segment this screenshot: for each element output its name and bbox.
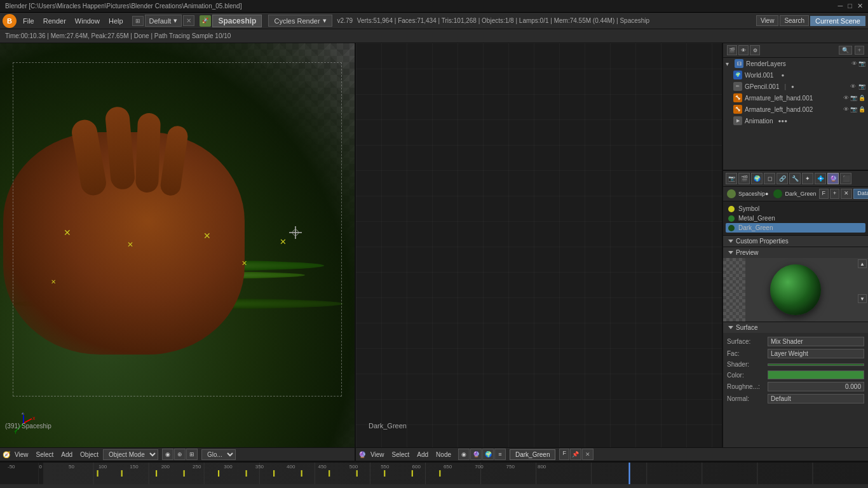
- node-x-btn[interactable]: ✕: [582, 449, 593, 460]
- world-props-icon[interactable]: 🌍: [751, 173, 763, 184]
- vp-shading-selector[interactable]: Glo...: [201, 449, 236, 460]
- gpencil-camera[interactable]: 📷: [858, 83, 865, 90]
- tree-item-gpencil[interactable]: ✏ GPencil.001 | ● 👁 📷: [723, 81, 868, 92]
- node-view-btn[interactable]: View: [367, 450, 388, 459]
- node-editor-panel[interactable]: Layer Weight Fresnel Facing Blend:: [356, 43, 722, 447]
- spaceship-button[interactable]: Spaceship: [212, 15, 262, 27]
- viewport-panel: ✕ ✕ ✕ ✕ ✕ ✕: [0, 43, 356, 447]
- vp-icon-2[interactable]: ⊕: [174, 449, 186, 460]
- armature2-eye[interactable]: 👁: [843, 106, 849, 112]
- blender-logo[interactable]: B: [3, 14, 17, 28]
- roughness-value[interactable]: 0.000: [768, 382, 864, 391]
- texture-icon[interactable]: ⬛: [840, 173, 851, 184]
- mat-dark-green[interactable]: Dark_Green: [726, 223, 865, 233]
- tree-item-world[interactable]: 🌍 World.001 ●: [723, 69, 868, 81]
- vp-select-btn[interactable]: Select: [33, 450, 57, 459]
- modifier-icon[interactable]: 🔧: [789, 173, 801, 184]
- shader-value[interactable]: [768, 363, 864, 366]
- mat-x-btn[interactable]: ✕: [841, 189, 852, 199]
- scene-icon-1[interactable]: 🎬: [727, 45, 737, 55]
- scene-props-icon[interactable]: 🎬: [738, 173, 750, 184]
- world-icon: 🌍: [733, 71, 742, 79]
- normal-value[interactable]: Default: [768, 394, 864, 403]
- render-props-icon[interactable]: 📷: [726, 173, 737, 184]
- surface-header[interactable]: Surface: [723, 322, 868, 333]
- scene-search[interactable]: 🔍: [839, 46, 852, 55]
- timeline-content[interactable]: -50 0 50 100 150 200 250 300 350 400 450…: [0, 463, 868, 484]
- workspace-selector[interactable]: Default ▾: [145, 15, 182, 27]
- tree-item-armature1[interactable]: 🦴 Armature_left_hand.001 👁 📷 🔒: [723, 92, 868, 104]
- render-icon-ctrl[interactable]: 📷: [858, 60, 865, 67]
- help-menu[interactable]: Help: [105, 16, 127, 26]
- particle-icon[interactable]: ✦: [802, 173, 813, 184]
- svg-rect-22: [121, 470, 123, 477]
- vp-view-btn[interactable]: View: [11, 450, 32, 459]
- surface-value[interactable]: Mix Shader: [768, 337, 864, 346]
- node-world-icon[interactable]: 🌍: [482, 449, 494, 460]
- vp-mode-selector[interactable]: Object Mode: [103, 449, 158, 460]
- node-material-name[interactable]: Dark_Green: [510, 449, 555, 460]
- node-pin-btn[interactable]: 📌: [570, 449, 581, 460]
- custom-props-header[interactable]: Custom Properties: [723, 236, 868, 247]
- maximize-btn[interactable]: □: [848, 2, 852, 10]
- node-node-btn[interactable]: Node: [433, 450, 454, 459]
- material-icon-active[interactable]: 🔮: [827, 173, 839, 184]
- right-panel: 🎬 👁 ⚙ 🔍 + ▾ 🎞 RenderLayers 👁 📷 🌍 W: [722, 43, 868, 447]
- tree-item-armature2[interactable]: 🦴 Armature_left_hand.002 👁 📷 🔒: [723, 104, 868, 115]
- mat-f-btn[interactable]: F: [819, 189, 829, 199]
- node-grid: [356, 43, 722, 447]
- gpencil-eye[interactable]: 👁: [850, 83, 856, 90]
- mat-symbol[interactable]: Symbol: [726, 204, 865, 214]
- custom-props-section: Custom Properties: [723, 235, 868, 247]
- viewport-label: (391) Spaceship: [5, 423, 51, 430]
- vp-icon-3[interactable]: ⊞: [186, 449, 198, 460]
- tree-item-renderlayers[interactable]: ▾ 🎞 RenderLayers 👁 📷: [723, 58, 868, 69]
- preview-scroll-up[interactable]: ▲: [858, 259, 867, 268]
- fac-value[interactable]: Layer Weight: [768, 349, 864, 358]
- eye-icon[interactable]: 👁: [851, 60, 857, 67]
- tree-item-animation[interactable]: ▶ Animation ●●●: [723, 115, 868, 126]
- constraint-icon[interactable]: 🔗: [776, 173, 788, 184]
- minimize-btn[interactable]: ─: [838, 2, 843, 10]
- surface-section: Surface Surface: Mix Shader Fac: Layer W…: [723, 322, 868, 407]
- view-button[interactable]: View: [756, 15, 779, 26]
- node-select-btn[interactable]: Select: [389, 450, 413, 459]
- node-lines-icon[interactable]: ≡: [494, 449, 506, 460]
- render-menu[interactable]: Render: [39, 16, 70, 26]
- current-scene-button[interactable]: Current Scene: [810, 16, 865, 26]
- mat-plus-btn[interactable]: +: [830, 189, 839, 199]
- roughness-prop: Roughne...: 0.000: [727, 381, 864, 393]
- color-value[interactable]: [768, 370, 864, 379]
- viewport-content[interactable]: ✕ ✕ ✕ ✕ ✕ ✕: [0, 43, 355, 447]
- object-props-icon[interactable]: ◻: [764, 173, 775, 184]
- mat-data-btn[interactable]: Data: [853, 189, 868, 199]
- armature1-camera[interactable]: 📷: [850, 95, 857, 101]
- armature1-lock[interactable]: 🔒: [858, 95, 865, 101]
- node-use-nodes[interactable]: ◉: [458, 449, 470, 460]
- scene-icon-3[interactable]: ⚙: [750, 45, 760, 55]
- node-f-btn[interactable]: F: [559, 449, 569, 460]
- armature2-camera[interactable]: 📷: [850, 106, 857, 112]
- armature2-lock[interactable]: 🔒: [858, 106, 865, 112]
- node-material-icon[interactable]: 🔮: [470, 449, 482, 460]
- file-menu[interactable]: File: [19, 16, 38, 26]
- preview-header[interactable]: Preview: [723, 247, 868, 258]
- physics-icon[interactable]: 💠: [815, 173, 826, 184]
- vp-object-btn[interactable]: Object: [77, 450, 102, 459]
- scene-icon-2[interactable]: 👁: [738, 45, 749, 55]
- window-menu[interactable]: Window: [71, 16, 104, 26]
- preview-scroll-down[interactable]: ▼: [858, 294, 867, 303]
- search-button[interactable]: Search: [780, 15, 809, 26]
- workspace-add[interactable]: ✕: [183, 15, 194, 26]
- preview-render: ▲ ▼: [723, 258, 868, 322]
- node-add-btn[interactable]: Add: [414, 450, 431, 459]
- render-engine-selector[interactable]: Cycles Render ▾: [268, 15, 332, 27]
- vp-add-btn[interactable]: Add: [58, 450, 76, 459]
- mat-metal-green[interactable]: Metal_Green: [726, 214, 865, 223]
- close-btn[interactable]: ✕: [857, 2, 863, 10]
- scene-plus[interactable]: +: [855, 46, 864, 55]
- editor-toolbars: 🧭 View Select Add Object Object Mode ◉ ⊕…: [0, 447, 868, 461]
- vp-icon-1[interactable]: ◉: [162, 449, 173, 460]
- svg-rect-29: [329, 470, 330, 477]
- armature1-eye[interactable]: 👁: [843, 95, 849, 101]
